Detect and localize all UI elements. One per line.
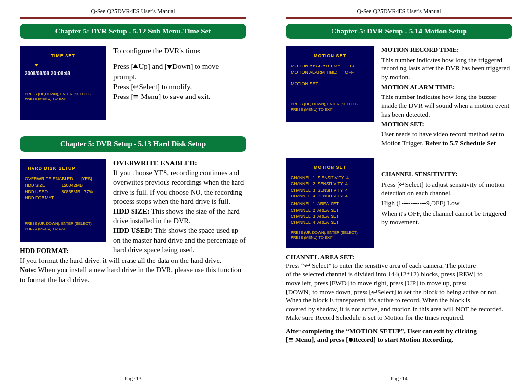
- page-footer: Page 14: [266, 375, 532, 381]
- page-header: Q-See Q25DVR4ES User's Manual: [20, 8, 246, 17]
- svg-rect-8: [289, 341, 293, 341]
- svg-marker-1: [133, 64, 138, 68]
- screen-line: OVERWRITE ENABLED [YES]: [25, 176, 101, 182]
- motion-set-screen-2: MOTION SET CHANNEL 1 S ENSITIVITY 4 CHAN…: [286, 158, 374, 248]
- screen-line: CHANNEL 1 AREA SET: [291, 201, 369, 207]
- up-arrow-icon: [133, 63, 138, 70]
- enter-icon: [304, 262, 310, 269]
- svg-rect-4: [134, 97, 138, 97]
- screen-line: CHANNEL 4 SENSITIVITY 4: [291, 193, 369, 199]
- page-footer: Page 13: [0, 375, 266, 381]
- manual-spread: Q-See Q25DVR4ES User's Manual Chapter 5:…: [0, 0, 532, 392]
- screen-line: MOTION RECORD TIME: 10: [291, 63, 369, 69]
- screen-line: CHANNEL 3 AREA SET: [291, 213, 369, 219]
- svg-rect-3: [134, 95, 138, 96]
- screen-title: TIME SET: [25, 53, 101, 59]
- desc-line: Press [Up] and [Down] to move: [113, 62, 246, 71]
- screen-line: CHANNEL 3 SENSITIVITY 4: [291, 187, 369, 193]
- screen-instruction: PRESS (UP, DOWN), ENTER (SELECT): [291, 230, 369, 236]
- screen-line: MOTION ALARM TIME: OFF: [291, 69, 369, 76]
- motion-desc-2: CHANNEL SENSITIVITY: Press [Select] to a…: [381, 158, 512, 228]
- desc-text: This number indicates how long the trigg…: [381, 56, 512, 82]
- motion-row-1: MOTION SET MOTION RECORD TIME: 10 MOTION…: [286, 46, 512, 149]
- svg-rect-5: [134, 98, 138, 98]
- desc-text: covered by shadow, it is not active, and…: [286, 305, 512, 314]
- page-left: Q-See Q25DVR4ES User's Manual Chapter 5:…: [0, 0, 266, 392]
- desc-text: Press [Select] to adjust sensitivity of …: [381, 180, 512, 197]
- desc-line: Press [Select] to modify.: [113, 82, 246, 92]
- screen-instruction: PRESS (MENU) TO EXIT: [291, 235, 369, 241]
- section-title-5-14: Chapter 5: DVR Setup - 5.14 Motion Setup: [286, 24, 512, 39]
- desc-heading: MOTION ALARM TIME:: [381, 83, 512, 92]
- section-5-13-desc: OVERWRITE ENABLED: If you choose YES, re…: [113, 159, 246, 255]
- desc-text: High (1-----------9,OFF) Low: [381, 199, 512, 208]
- desc-line: prompt.: [113, 72, 246, 82]
- enter-icon: [399, 181, 405, 188]
- desc-text: HDD USED: This shows the space used up o…: [113, 226, 246, 255]
- screen-title: MOTION SET: [291, 53, 369, 59]
- screen-instruction: PRESS (UP, DOWN), ENTER (SELECT): [25, 221, 101, 227]
- page-header: Q-See Q25DVR4ES User's Manual: [286, 8, 512, 17]
- screen-line: HDD SIZE 120042MB: [25, 182, 101, 189]
- svg-point-9: [349, 338, 353, 342]
- motion-row-2: MOTION SET CHANNEL 1 S ENSITIVITY 4 CHAN…: [286, 158, 512, 248]
- svg-marker-0: [34, 64, 38, 66]
- desc-text: When the block is transparent, it's acti…: [286, 296, 512, 305]
- svg-marker-2: [167, 65, 172, 69]
- motion-set-screen-1: MOTION SET MOTION RECORD TIME: 10 MOTION…: [286, 46, 374, 122]
- screen-instruction: PRESS (UP, DOWN), ENTER (SELECT): [291, 102, 369, 107]
- desc-text: When it's OFF, the channel cannot be tri…: [381, 209, 512, 227]
- record-icon: [348, 336, 353, 343]
- section-title-5-13: Chapter 5: DVR Setup - 5.13 Hard Disk Se…: [20, 136, 246, 152]
- desc-text: move left, press [FWD] to move right, pr…: [286, 279, 512, 288]
- desc-heading: MOTION RECORD TIME:: [381, 46, 512, 54]
- datetime-value: 2008/08/08 20:08:08: [25, 70, 101, 78]
- screen-line: CHANNEL 2 SENSITIVITY 4: [291, 181, 369, 187]
- desc-heading: OVERWRITE ENABLED:: [113, 159, 197, 167]
- desc-text: This number indicates how long the buzze…: [381, 93, 512, 119]
- screen-line: CHANNEL 1 S ENSITIVITY 4: [291, 175, 369, 181]
- section-title-5-12: Chapter 5: DVR Setup - 5.12 Sub Menu-Tim…: [20, 24, 246, 39]
- hdd-note: Note: When you install a new hard drive …: [20, 265, 246, 285]
- hdd-format-text: If you format the hard drive, it will er…: [20, 256, 246, 266]
- hdd-setup-screen: HARD DISK SETUP OVERWRITE ENABLED [YES] …: [20, 159, 106, 242]
- screen-title: HARD DISK SETUP: [28, 165, 101, 172]
- desc-line: To configure the DVR's time:: [113, 46, 246, 56]
- time-set-screen: TIME SET 2008/08/08 20:08:08 PRESS (UP,D…: [20, 46, 106, 120]
- desc-text: HDD SIZE: This shows the size of the har…: [113, 207, 246, 226]
- desc-text: User needs to have video record method s…: [381, 130, 512, 147]
- desc-text: Press “ Select” to enter the sensitive a…: [286, 261, 512, 270]
- desc-text: Make sure Record Schedule is set to Moti…: [286, 313, 512, 322]
- screen-instruction: PRESS (UP,DOWN), ENTER (SELECT): [25, 92, 101, 97]
- screen-line: HDD USED 80865MB 77%: [25, 189, 101, 195]
- screen-line: HDD FORMAT: [25, 195, 101, 201]
- page-right: Q-See Q25DVR4ES User's Manual Chapter 5:…: [266, 0, 532, 392]
- screen-line: CHANNEL 2 AREA SET: [291, 207, 369, 213]
- section-5-12-row: TIME SET 2008/08/08 20:08:08 PRESS (UP,D…: [20, 46, 246, 120]
- desc-line: Press [ Menu] to save and exit.: [113, 92, 246, 101]
- screen-title: MOTION SET: [291, 164, 369, 171]
- down-arrow-icon: [167, 63, 172, 70]
- motion-desc-1: MOTION RECORD TIME: This number indicate…: [381, 46, 512, 149]
- menu-icon: [133, 93, 139, 100]
- section-5-13-row: HARD DISK SETUP OVERWRITE ENABLED [YES] …: [20, 159, 246, 255]
- final-note: After completing the “MOTION SETUP”, Use…: [286, 327, 512, 336]
- desc-heading: CHANNEL SENSITIVITY:: [381, 170, 512, 179]
- section-5-12-desc: To configure the DVR's time: Press [Up] …: [113, 46, 246, 101]
- svg-rect-7: [289, 340, 293, 340]
- desc-text: of the selected channel is divided into …: [286, 270, 512, 279]
- menu-icon: [288, 336, 294, 343]
- screen-instruction: PRESS (MENU) TO EXIT: [25, 97, 101, 102]
- screen-instruction: PRESS (MENU) TO EXIT: [291, 107, 369, 113]
- channel-area-set-block: CHANNEL AREA SET: Press “ Select” to ent…: [286, 253, 512, 344]
- enter-icon: [371, 288, 377, 295]
- enter-icon: [133, 83, 139, 91]
- svg-rect-6: [289, 338, 293, 339]
- screen-line: CHANNEL 4 AREA SET: [291, 219, 369, 225]
- desc-heading: MOTION SET:: [381, 120, 512, 129]
- screen-instruction: PRESS (MENU) TO EXIT: [25, 227, 101, 232]
- final-note: [ Menu], and press [Record] to start Mot…: [286, 335, 512, 344]
- screen-line: MOTION SET: [291, 81, 369, 87]
- desc-text: If you choose YES, recording continues a…: [113, 168, 246, 207]
- desc-text: [DOWN] to move down, press [Select] to s…: [286, 288, 512, 296]
